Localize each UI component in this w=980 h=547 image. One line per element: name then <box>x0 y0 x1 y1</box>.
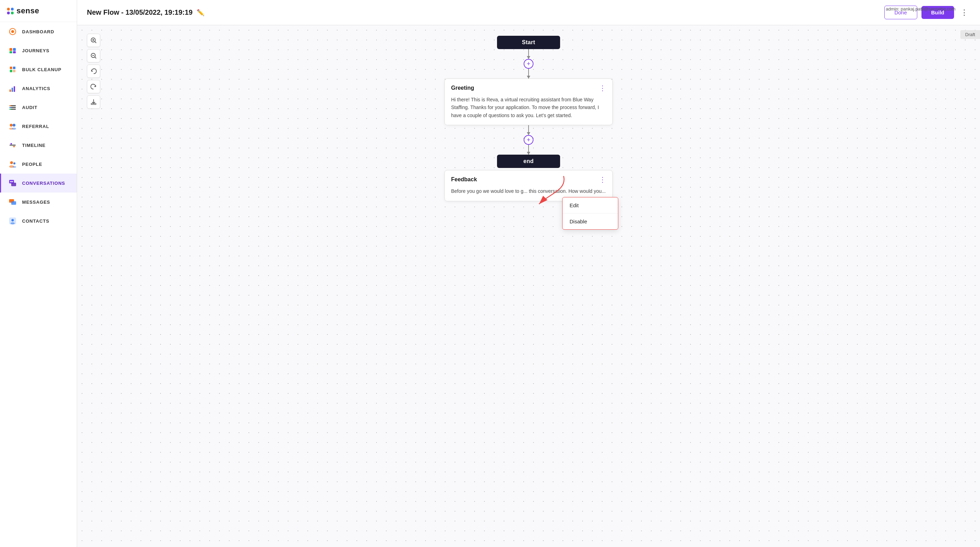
svg-point-32 <box>10 181 11 182</box>
sidebar-item-referral[interactable]: REFERRAL <box>0 117 77 136</box>
svg-point-19 <box>10 124 13 127</box>
feedback-header: Feedback ⋮ <box>451 176 606 183</box>
journeys-icon <box>8 46 17 55</box>
sidebar-item-label-timeline: TIMELINE <box>22 143 46 148</box>
logo-dot-purple <box>7 11 10 14</box>
feedback-menu-button[interactable]: ⋮ <box>599 176 606 183</box>
svg-rect-5 <box>13 51 16 53</box>
sidebar-item-label-contacts: CONTACTS <box>22 218 49 224</box>
analytics-icon <box>8 84 17 93</box>
add-node-btn-1[interactable]: + <box>523 59 533 69</box>
sidebar-item-contacts[interactable]: CONTACTS <box>0 211 77 230</box>
more-options-button[interactable]: ⋮ <box>958 6 970 19</box>
svg-point-33 <box>11 181 12 182</box>
zoom-in-button[interactable] <box>87 33 100 47</box>
greeting-menu-button[interactable]: ⋮ <box>599 85 606 91</box>
people-icon <box>8 159 17 169</box>
start-node[interactable]: Start <box>497 36 560 49</box>
main-content: New Flow - 13/05/2022, 19:19:19 ✏️ admin… <box>77 0 980 547</box>
sidebar-item-label-referral: REFERRAL <box>22 124 49 129</box>
svg-rect-6 <box>10 67 12 69</box>
sidebar-item-conversations[interactable]: CONVERSATIONS <box>0 174 77 193</box>
feedback-title: Feedback <box>451 176 477 183</box>
svg-rect-23 <box>10 145 16 146</box>
sidebar-item-label-dashboard: DASHBOARD <box>22 29 54 34</box>
svg-rect-24 <box>11 143 12 145</box>
logo: sense <box>0 0 77 22</box>
svg-point-20 <box>13 124 16 127</box>
sidebar-item-journeys[interactable]: JOURNEYS <box>0 41 77 60</box>
logo-text: sense <box>16 6 39 16</box>
undo-button[interactable] <box>87 64 100 78</box>
svg-rect-7 <box>13 67 16 69</box>
svg-rect-11 <box>11 88 13 92</box>
messages-icon <box>8 198 17 207</box>
contacts-icon <box>8 216 17 225</box>
context-menu-disable[interactable]: Disable <box>563 213 618 229</box>
svg-rect-4 <box>10 51 12 53</box>
svg-point-27 <box>13 162 16 164</box>
draft-badge: Draft <box>960 30 980 39</box>
sidebar-item-label-audit: AUDIT <box>22 105 38 110</box>
zoom-out-button[interactable] <box>87 49 100 62</box>
svg-line-46 <box>95 57 96 59</box>
svg-point-22 <box>12 128 16 130</box>
edit-icon[interactable]: ✏️ <box>197 9 204 16</box>
logo-dot-blue <box>11 8 14 11</box>
svg-point-26 <box>10 161 13 164</box>
header-left: New Flow - 13/05/2022, 19:19:19 ✏️ <box>87 8 204 16</box>
sidebar-item-bulk-cleanup[interactable]: BULK CLEANUP <box>0 60 77 79</box>
svg-line-43 <box>95 42 96 43</box>
svg-rect-17 <box>10 107 11 108</box>
svg-rect-36 <box>11 201 16 205</box>
sidebar-item-people[interactable]: PEOPLE <box>0 155 77 174</box>
svg-rect-18 <box>10 109 11 110</box>
conversations-icon <box>8 179 17 188</box>
svg-rect-12 <box>14 86 15 92</box>
bulk-cleanup-icon <box>8 65 17 74</box>
add-node-btn-2[interactable]: + <box>523 135 533 145</box>
svg-rect-31 <box>11 183 16 186</box>
svg-point-29 <box>13 166 16 168</box>
end-node[interactable]: end <box>497 155 560 168</box>
svg-rect-9 <box>13 70 16 72</box>
logo-dots <box>7 8 14 14</box>
sidebar-item-label-bulk-cleanup: BULK CLEANUP <box>22 67 61 72</box>
dashboard-icon <box>8 27 17 36</box>
feedback-node: Feedback ⋮ Before you go we would love t… <box>444 170 612 201</box>
svg-rect-10 <box>10 89 11 92</box>
sidebar-item-label-journeys: JOURNEYS <box>22 48 49 53</box>
svg-point-38 <box>11 219 14 222</box>
sidebar: sense DASHBOARD JOURNEYS <box>0 0 77 547</box>
timeline-icon <box>8 140 17 150</box>
logo-dot-orange <box>7 8 10 11</box>
sidebar-item-audit[interactable]: AUDIT <box>0 98 77 117</box>
download-button[interactable] <box>87 96 100 109</box>
svg-rect-2 <box>10 48 12 51</box>
svg-rect-8 <box>10 70 12 72</box>
redo-button[interactable] <box>87 80 100 93</box>
sidebar-item-label-people: PEOPLE <box>22 162 42 167</box>
sidebar-item-timeline[interactable]: TIMELINE <box>0 136 77 155</box>
greeting-body: Hi there! This is Reva, a virtual recrui… <box>451 96 606 119</box>
svg-point-34 <box>12 181 13 182</box>
context-menu-edit[interactable]: Edit <box>563 198 618 213</box>
user-info: admin: pankaj.patil@sensehq.com <box>886 6 956 11</box>
referral-icon <box>8 122 17 131</box>
header: New Flow - 13/05/2022, 19:19:19 ✏️ admin… <box>77 0 980 25</box>
feedback-body: Before you go we would love to g... this… <box>451 187 606 195</box>
logo-dot-green <box>11 11 14 14</box>
svg-rect-16 <box>10 105 11 106</box>
sidebar-item-analytics[interactable]: ANALYTICS <box>0 79 77 98</box>
flow-canvas[interactable]: Draft <box>77 25 980 547</box>
sidebar-item-label-analytics: ANALYTICS <box>22 86 50 91</box>
sidebar-item-dashboard[interactable]: DASHBOARD <box>0 22 77 41</box>
svg-point-39 <box>11 222 15 225</box>
flow-diagram: Start + Greeting ⋮ Hi there! This is Rev… <box>438 36 620 201</box>
sidebar-item-label-messages: MESSAGES <box>22 199 50 205</box>
header-right: admin: pankaj.patil@sensehq.com Done Bui… <box>884 6 970 19</box>
sidebar-item-messages[interactable]: MESSAGES <box>0 193 77 211</box>
greeting-node: Greeting ⋮ Hi there! This is Reva, a vir… <box>444 78 612 125</box>
flow-title: New Flow - 13/05/2022, 19:19:19 <box>87 8 192 16</box>
svg-rect-25 <box>13 146 15 147</box>
